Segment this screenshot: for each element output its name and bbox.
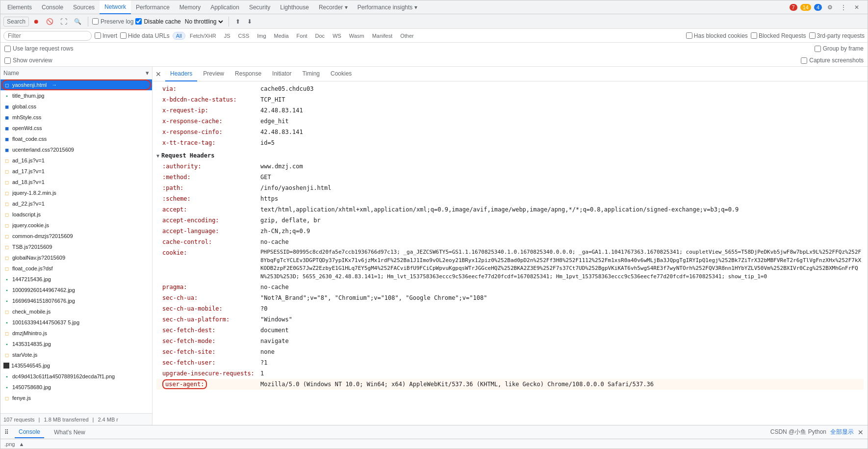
header-accept-language: accept-language: zh-CN,zh;q=0.9 [156, 226, 864, 237]
disable-cache-input[interactable] [135, 18, 142, 25]
file-item-100099[interactable]: ▪ 100099260144967462.jpg [0, 285, 152, 295]
filter-tag-manifest[interactable]: Manifest [369, 32, 396, 40]
filter-tag-img[interactable]: Img [254, 32, 269, 40]
filter-button[interactable]: ⛶ [58, 16, 70, 27]
tab-security[interactable]: Security [244, 0, 275, 14]
show-overview-checkbox[interactable]: Show overview [4, 57, 52, 64]
devtools-close-button[interactable]: ✕ [852, 2, 862, 12]
search-button[interactable]: 🔍 [72, 17, 84, 26]
download-button[interactable]: ⬇ [245, 17, 255, 26]
filter-tag-font[interactable]: Font [293, 32, 311, 40]
file-item-check-mobile[interactable]: ◻ check_mobile.js [0, 306, 152, 317]
devtools-settings-button[interactable]: ⚙ [825, 2, 835, 12]
file-item-ucenterland[interactable]: ◼ ucenterland.css?2015609 [0, 144, 152, 155]
file-item-ad22[interactable]: ◻ ad_22.js?v=1 [0, 198, 152, 209]
sub-tab-initiator[interactable]: Initiator [267, 67, 296, 81]
js-icon-2: ◻ [3, 168, 10, 175]
tab-memory[interactable]: Memory [175, 0, 205, 14]
file-item-ad18[interactable]: ◻ ad_18.js?v=1 [0, 177, 152, 187]
js-icon-6: ◻ [3, 211, 10, 218]
filter-tag-media[interactable]: Media [271, 32, 292, 40]
blocked-requests-checkbox[interactable]: Blocked Requests [751, 32, 806, 39]
filter-tag-all[interactable]: All [173, 32, 185, 40]
preserve-log-checkbox[interactable]: Preserve log [92, 18, 133, 25]
file-item-float-code-js[interactable]: ◻ float_code.js?dsf [0, 263, 152, 274]
filter-tag-wasm[interactable]: Wasm [346, 32, 368, 40]
sub-tab-preview[interactable]: Preview [198, 67, 229, 81]
hide-data-urls-checkbox[interactable]: Hide data URLs [120, 32, 170, 39]
filter-tag-css[interactable]: CSS [235, 32, 253, 40]
js-icon-11: ◻ [3, 265, 10, 272]
file-item-dmzjmhintro[interactable]: ◻ dmzjMhintro.js [0, 328, 152, 339]
tab-performance[interactable]: Performance [131, 0, 175, 14]
tab-recorder[interactable]: Recorder ▾ [314, 0, 353, 14]
invert-checkbox[interactable]: Invert [95, 32, 117, 39]
file-item-100163[interactable]: ▪ 100163394144750637 5.jpg [0, 317, 152, 328]
disable-cache-checkbox[interactable]: Disable cache [135, 18, 180, 25]
show-all-button[interactable]: 全部显示 [830, 428, 854, 436]
file-item-1450758680[interactable]: ▪ 1450758680.jpg [0, 382, 152, 393]
file-item-global-css[interactable]: ◼ global.css [0, 101, 152, 112]
file-item-yaoshenji[interactable]: ◻ yaoshenji.html → [0, 79, 152, 90]
search-label[interactable]: Search [3, 17, 29, 26]
upload-button[interactable]: ⬆ [233, 17, 243, 26]
whats-new-tab[interactable]: What's New [50, 427, 89, 438]
file-item-1435546545[interactable]: 1435546545.jpg [0, 360, 152, 371]
record-button[interactable]: ⏺ [31, 17, 42, 26]
filter-tag-js[interactable]: JS [221, 32, 234, 40]
file-item-mhstyle[interactable]: ◼ mhStyle.css [0, 112, 152, 123]
tab-application[interactable]: Application [205, 0, 244, 14]
sub-tab-cookies[interactable]: Cookies [326, 67, 357, 81]
clear-button[interactable]: 🚫 [44, 17, 56, 26]
file-item-tsb[interactable]: ◻ TSB.js?2015609 [0, 241, 152, 252]
tab-console[interactable]: Console [37, 0, 68, 14]
filter-tag-other[interactable]: Other [397, 32, 417, 40]
tab-elements[interactable]: Elements [2, 0, 37, 14]
file-item-float-code-css[interactable]: ◼ float_code.css [0, 133, 152, 144]
request-headers-section-header[interactable]: ▼ Request Headers [156, 149, 864, 161]
file-item-title-thum[interactable]: ▪ title_thum.jpg [0, 90, 152, 101]
js-icon-5: ◻ [3, 200, 10, 207]
use-large-rows-checkbox[interactable]: Use large request rows [4, 45, 73, 52]
file-item-globalnav[interactable]: ◻ globalNav.js?2015609 [0, 252, 152, 263]
file-item-openwd[interactable]: ◼ openWd.css [0, 123, 152, 133]
sub-tab-headers[interactable]: Headers [165, 67, 197, 81]
file-item-jquery-cookie[interactable]: ◻ jquery.cookie.js [0, 220, 152, 231]
filter-tag-doc[interactable]: Doc [312, 32, 329, 40]
tab-lighthouse[interactable]: Lighthouse [275, 0, 314, 14]
console-tab[interactable]: Console [15, 426, 44, 438]
capture-screenshots-checkbox[interactable]: Capture screenshots [801, 57, 864, 64]
file-item-jquery[interactable]: ◻ jquery-1.8.2.min.js [0, 187, 152, 198]
sub-tab-response[interactable]: Response [230, 67, 266, 81]
tab-performance-insights[interactable]: Performance insights ▾ [353, 0, 422, 14]
file-item-ad17[interactable]: ◻ ad_17.js?v=1 [0, 166, 152, 177]
file-item-loadscript[interactable]: ◻ loadscript.js [0, 209, 152, 220]
console-close-button[interactable]: ✕ [858, 428, 864, 436]
tab-network[interactable]: Network [100, 0, 131, 14]
tab-sources[interactable]: Sources [68, 0, 100, 14]
file-item-fenye[interactable]: ◻ fenye.js [0, 393, 152, 403]
file-item-dc49d413[interactable]: ▪ dc49d413c61f1a4507889162decda7f1.png [0, 371, 152, 382]
file-item-starvote[interactable]: ◻ starVote.js [0, 349, 152, 360]
filter-input[interactable] [3, 31, 92, 41]
sub-tab-timing[interactable]: Timing [297, 67, 325, 81]
expand-up-button[interactable]: ▲ [19, 441, 24, 447]
preserve-log-input[interactable] [92, 18, 99, 25]
file-item-1435314835[interactable]: ▪ 1435314835.jpg [0, 339, 152, 349]
filter-tag-ws[interactable]: WS [329, 32, 345, 40]
css-icon: ◼ [3, 103, 10, 110]
group-by-frame-checkbox[interactable]: Group by frame [815, 45, 864, 52]
file-item-common-dmz[interactable]: ◻ common-dmzjs?2015609 [0, 231, 152, 241]
has-blocked-cookies-checkbox[interactable]: Has blocked cookies [686, 32, 748, 39]
file-list-sort-button[interactable]: ▾ [146, 69, 149, 77]
file-item-166969[interactable]: ▪ 166969461518076676.jpg [0, 295, 152, 306]
close-panel-button[interactable]: ✕ [154, 69, 162, 79]
html-icon: ◻ [3, 81, 10, 88]
file-item-1447215436[interactable]: ▪ 1447215436.jpg [0, 274, 152, 285]
third-party-checkbox[interactable]: 3rd-party requests [809, 32, 865, 39]
throttle-select[interactable]: No throttling [183, 18, 225, 26]
headers-content[interactable]: via: cache05.chdcu03 x-bdcdn-cache-statu… [153, 81, 868, 425]
devtools-more-button[interactable]: ⋮ [838, 2, 849, 12]
file-item-ad16[interactable]: ◻ ad_16.js?v=1 [0, 155, 152, 166]
filter-tag-fetchxhr[interactable]: Fetch/XHR [186, 32, 220, 40]
